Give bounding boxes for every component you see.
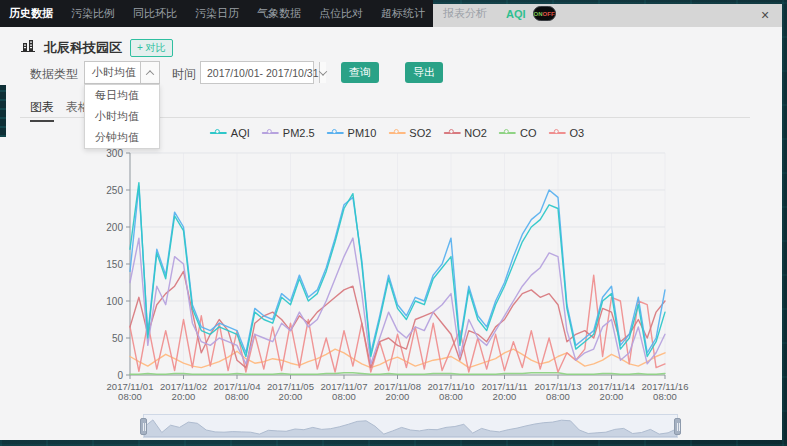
nav-item-5[interactable]: 点位比对 [310,0,372,27]
query-button[interactable]: 查询 [341,62,379,83]
data-type-option-1[interactable]: 小时均值 [85,106,159,127]
legend-item-SO2[interactable]: SO2 [388,127,431,139]
svg-text:08:00: 08:00 [118,391,142,402]
legend-item-O3[interactable]: O3 [548,127,584,139]
building-icon [20,38,36,57]
add-compare-button[interactable]: + 对比 [130,39,173,57]
legend-marker-icon [499,129,516,138]
legend-label: O3 [569,127,584,139]
data-type-option-2[interactable]: 分钟均值 [85,127,159,148]
aqi-toggle-label: AQI [506,8,526,20]
legend-item-PM2.5[interactable]: PM2.5 [262,127,315,139]
legend-marker-icon [327,129,344,138]
svg-text:08:00: 08:00 [439,391,463,402]
nav-item-0[interactable]: 历史数据 [0,0,62,27]
legend-label: PM10 [348,127,377,139]
tab-chart-view[interactable]: 图表 [30,99,54,122]
svg-text:300: 300 [106,148,123,159]
toggle-off-label: OFF [543,11,555,17]
nav-item-6[interactable]: 超标统计 [372,0,434,27]
datazoom-slider[interactable] [143,414,678,438]
svg-text:20:00: 20:00 [600,391,624,402]
nav-item-2[interactable]: 同比环比 [124,0,186,27]
legend-label: AQI [231,127,250,139]
datazoom-right-handle[interactable] [674,418,681,435]
svg-text:08:00: 08:00 [653,391,677,402]
legend-label: CO [520,127,537,139]
data-type-select[interactable]: 小时均值 [84,61,160,84]
desktop-background: 历史数据污染比例同比环比污染日历气象数据点位比对超标统计报表分析 AQI ON … [0,0,787,446]
nav-item-7[interactable]: 报表分析 [434,0,496,27]
nav-item-3[interactable]: 污染日历 [186,0,248,27]
aqi-on-off-toggle[interactable]: ON OFF [533,6,556,21]
time-label: 时间 [172,66,196,83]
svg-text:08:00: 08:00 [225,391,249,402]
legend-label: SO2 [409,127,431,139]
svg-text:08:00: 08:00 [332,391,356,402]
desktop-edge-sliver [0,85,6,137]
svg-text:20:00: 20:00 [493,391,517,402]
chevron-down-icon[interactable] [319,62,326,83]
legend-item-CO[interactable]: CO [499,127,537,139]
legend-item-NO2[interactable]: NO2 [443,127,487,139]
top-navbar: 历史数据污染比例同比环比污染日历气象数据点位比对超标统计报表分析 AQI ON … [0,0,433,27]
nav-item-4[interactable]: 气象数据 [248,0,310,27]
svg-text:100: 100 [106,296,123,307]
svg-text:20:00: 20:00 [279,391,303,402]
legend-marker-icon [388,129,405,138]
data-type-dropdown: 每日均值小时均值分钟均值 [84,84,160,149]
legend-item-PM10[interactable]: PM10 [327,127,377,139]
data-type-label: 数据类型 [30,66,78,83]
toggle-on-label: ON [534,11,543,17]
data-type-option-0[interactable]: 每日均值 [85,85,159,106]
svg-text:20:00: 20:00 [172,391,196,402]
data-type-value: 小时均值 [85,65,140,80]
legend-marker-icon [262,129,279,138]
export-button[interactable]: 导出 [405,62,443,83]
pollution-line-chart: 2017/11/0108:002017/11/0220:002017/11/04… [95,143,735,405]
legend-marker-icon [210,129,227,138]
close-icon[interactable]: × [756,6,774,24]
svg-text:50: 50 [112,333,124,344]
datazoom-mini-chart [144,415,677,437]
legend-marker-icon [443,129,460,138]
station-header: 北辰科技园区 + 对比 [20,38,173,57]
legend-marker-icon [548,129,565,138]
nav-item-1[interactable]: 污染比例 [62,0,124,27]
legend-label: PM2.5 [283,127,315,139]
svg-text:150: 150 [106,259,123,270]
date-range-input[interactable]: 2017/10/01- 2017/10/31 [200,61,314,84]
nav-menu: 历史数据污染比例同比环比污染日历气象数据点位比对超标统计报表分析 [0,0,496,27]
legend-label: NO2 [464,127,487,139]
svg-text:200: 200 [106,222,123,233]
legend-item-AQI[interactable]: AQI [210,127,250,139]
date-range-value: 2017/10/01- 2017/10/31 [201,67,319,79]
station-name: 北辰科技园区 [44,39,122,57]
svg-text:250: 250 [106,185,123,196]
svg-text:0: 0 [117,370,123,381]
svg-text:20:00: 20:00 [386,391,410,402]
svg-text:08:00: 08:00 [546,391,570,402]
datazoom-left-handle[interactable] [140,418,147,435]
chart-legend: AQIPM2.5PM10SO2NO2COO3 [210,127,584,139]
chevron-up-icon[interactable] [140,62,159,83]
